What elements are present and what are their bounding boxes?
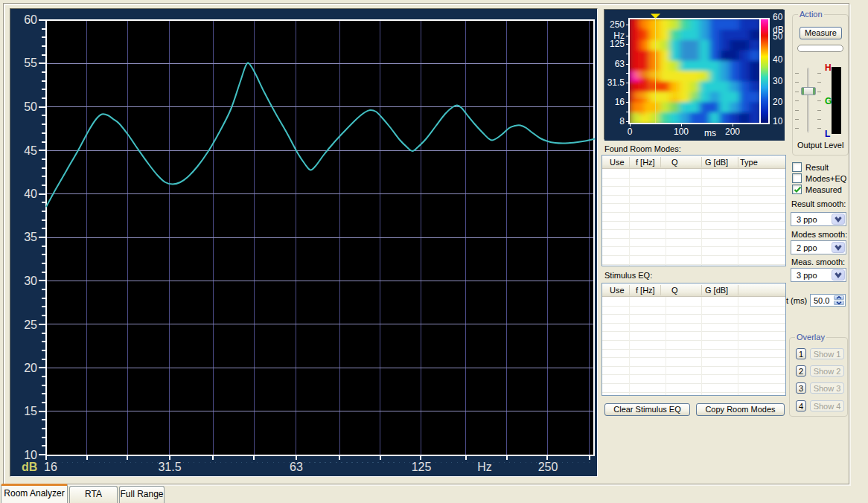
svg-text:8: 8 xyxy=(619,116,625,126)
svg-text:50: 50 xyxy=(773,31,783,42)
svg-text:30: 30 xyxy=(773,76,783,86)
svg-text:16: 16 xyxy=(615,97,625,107)
svg-text:40: 40 xyxy=(773,54,783,65)
svg-text:0: 0 xyxy=(628,126,633,137)
svg-text:125: 125 xyxy=(610,39,625,49)
svg-text:100: 100 xyxy=(674,126,689,137)
svg-text:20: 20 xyxy=(773,97,783,107)
svg-text:250: 250 xyxy=(610,19,625,30)
svg-text:31.5: 31.5 xyxy=(607,77,625,88)
svg-text:10: 10 xyxy=(773,116,783,126)
svg-text:63: 63 xyxy=(615,59,625,69)
svg-text:60: 60 xyxy=(773,12,783,22)
svg-text:ms: ms xyxy=(704,128,716,138)
svg-text:200: 200 xyxy=(725,126,740,137)
